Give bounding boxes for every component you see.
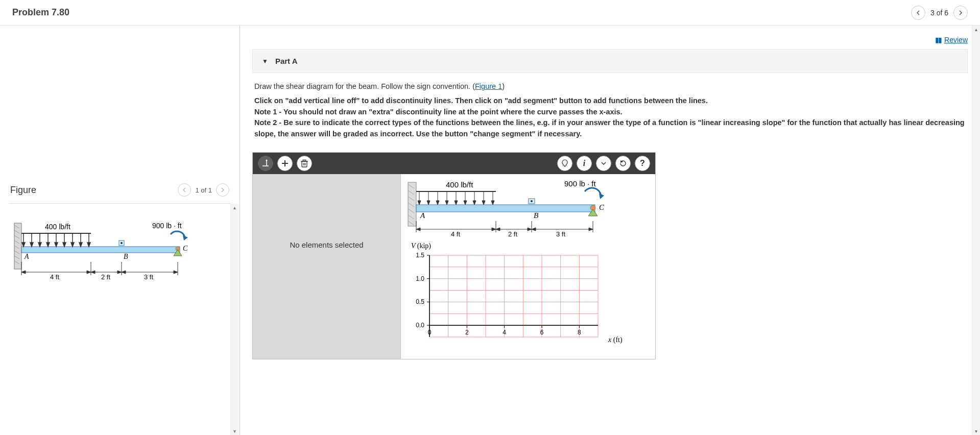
chevron-right-icon xyxy=(958,10,963,15)
figure-body: 400 lb/ft xyxy=(0,204,240,435)
svg-rect-61 xyxy=(408,182,416,226)
svg-text:A: A xyxy=(420,211,425,220)
svg-text:B: B xyxy=(534,211,538,220)
beam-figure-small: 400 lb/ft xyxy=(9,213,230,295)
svg-marker-34 xyxy=(183,235,188,240)
svg-text:0: 0 xyxy=(428,329,432,336)
svg-marker-29 xyxy=(87,243,90,247)
svg-marker-23 xyxy=(63,243,66,247)
svg-rect-69 xyxy=(416,205,595,212)
x-axis-label: x (ft) xyxy=(608,336,623,344)
svg-text:0.5: 0.5 xyxy=(416,298,424,305)
svg-marker-106 xyxy=(416,228,420,231)
dim-2-label: 2 ft xyxy=(101,273,110,281)
widget-body: No elements selected xyxy=(253,174,655,359)
add-segment-button[interactable] xyxy=(277,156,293,171)
dist-load-label: 400 lb/ft xyxy=(45,223,70,231)
svg-marker-46 xyxy=(122,271,126,274)
beam-figure-large: 400 lb/ft 900 lb · ft A B C xyxy=(404,177,649,238)
shear-diagram-plot[interactable]: V (kip) x (ft) 0.00.51.01.5 02468 xyxy=(404,240,649,357)
caret-down-icon: ▼ xyxy=(262,58,268,65)
svg-text:900 lb · ft: 900 lb · ft xyxy=(564,179,596,188)
chevron-down-icon xyxy=(601,160,607,166)
prev-problem-button[interactable] xyxy=(911,6,925,20)
figure-panel: Figure 1 of 1 xyxy=(0,26,240,435)
chevron-right-icon xyxy=(220,187,225,192)
figure-next-button[interactable] xyxy=(216,183,229,197)
review-link[interactable]: ▮▮ Review xyxy=(935,36,968,44)
svg-text:4: 4 xyxy=(503,329,506,336)
point-c-label: C xyxy=(183,245,188,252)
svg-text:3 ft: 3 ft xyxy=(556,230,565,238)
scroll-down-icon: ▾ xyxy=(975,427,977,435)
notes: Click on "add vertical line off" to add … xyxy=(254,95,966,140)
content-scrollbar[interactable]: ▴ ▾ xyxy=(972,26,980,435)
review-label: Review xyxy=(944,36,968,44)
note-1: Note 1 - You should not draw an "extra" … xyxy=(254,107,966,118)
help-button[interactable]: ? xyxy=(635,156,650,171)
svg-text:400 lb/ft: 400 lb/ft xyxy=(446,180,473,189)
figure-scrollbar[interactable]: ▴ ▾ xyxy=(230,204,238,435)
problem-title: Problem 7.80 xyxy=(12,7,69,18)
svg-marker-21 xyxy=(55,243,58,247)
svg-marker-44 xyxy=(91,271,95,274)
info-icon: i xyxy=(583,159,585,168)
svg-text:1.0: 1.0 xyxy=(416,275,424,282)
moment-label: 900 lb · ft xyxy=(152,222,182,230)
reset-icon xyxy=(619,159,627,167)
svg-marker-25 xyxy=(71,243,74,247)
dropdown-button[interactable] xyxy=(596,156,611,171)
reset-button[interactable] xyxy=(615,156,631,171)
plus-icon xyxy=(281,159,289,167)
figure-prev-button[interactable] xyxy=(178,183,191,197)
add-vertical-line-button[interactable] xyxy=(258,156,273,171)
part-header[interactable]: ▼ Part A xyxy=(252,49,968,73)
lightbulb-icon xyxy=(561,159,569,167)
svg-marker-15 xyxy=(30,243,33,247)
svg-rect-57 xyxy=(303,160,306,161)
widget-plot-area[interactable]: 400 lb/ft 900 lb · ft A B C xyxy=(401,174,655,359)
svg-marker-47 xyxy=(174,271,178,274)
point-a-label: A xyxy=(24,253,29,260)
content-panel: ▮▮ Review ▼ Part A Draw the shear diagra… xyxy=(240,26,980,435)
svg-text:2 ft: 2 ft xyxy=(508,230,517,238)
svg-marker-108 xyxy=(496,228,500,231)
chevron-left-icon xyxy=(182,187,187,192)
problem-nav: 3 of 6 xyxy=(911,6,968,20)
figure-link[interactable]: Figure 1 xyxy=(475,82,502,90)
figure-nav-count: 1 of 1 xyxy=(195,186,212,194)
svg-marker-80 xyxy=(455,201,458,205)
graph-widget: i ? No elemen xyxy=(252,152,656,359)
svg-marker-17 xyxy=(38,243,41,247)
svg-marker-42 xyxy=(21,271,26,274)
delete-button[interactable] xyxy=(297,156,312,171)
svg-rect-10 xyxy=(21,247,180,253)
scroll-up-icon: ▴ xyxy=(233,204,236,211)
app-root: Problem 7.80 3 of 6 Figure 1 of 1 xyxy=(0,0,980,435)
svg-marker-110 xyxy=(532,228,536,231)
svg-marker-13 xyxy=(22,243,25,247)
vertical-line-icon xyxy=(261,159,270,168)
svg-point-31 xyxy=(121,242,123,244)
main-area: Figure 1 of 1 xyxy=(0,26,980,435)
part-label: Part A xyxy=(275,57,298,65)
hint-button[interactable] xyxy=(557,156,572,171)
svg-marker-72 xyxy=(418,201,421,205)
info-button[interactable]: i xyxy=(577,156,592,171)
svg-marker-88 xyxy=(491,201,494,205)
svg-marker-82 xyxy=(464,201,467,205)
widget-toolbar: i ? xyxy=(253,153,655,174)
y-axis-label: V (kip) xyxy=(411,242,431,250)
question-icon: ? xyxy=(640,159,645,168)
figure-header: Figure 1 of 1 xyxy=(0,179,240,201)
next-problem-button[interactable] xyxy=(953,6,968,20)
toolbar-left xyxy=(258,156,312,171)
scroll-up-icon: ▴ xyxy=(975,26,977,33)
svg-text:2: 2 xyxy=(465,329,469,336)
note-intro: Click on "add vertical line off" to add … xyxy=(254,95,966,107)
svg-point-50 xyxy=(266,159,268,161)
svg-text:C: C xyxy=(599,203,605,211)
sidebar-message: No elements selected xyxy=(290,240,363,249)
svg-marker-78 xyxy=(445,201,448,205)
widget-sidebar: No elements selected xyxy=(253,174,401,359)
